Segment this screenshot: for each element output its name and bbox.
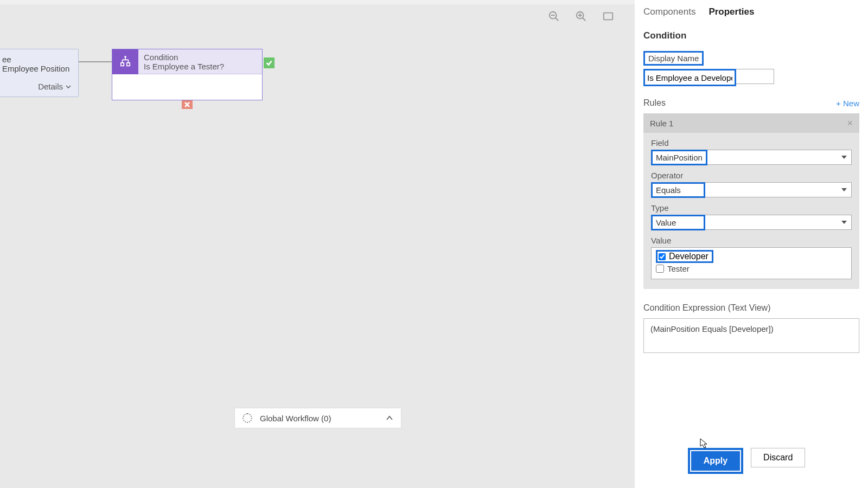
- tab-components[interactable]: Components: [643, 7, 695, 17]
- svg-rect-7: [604, 13, 613, 20]
- value-box: Developer Tester: [651, 247, 852, 279]
- type-select[interactable]: Value: [651, 215, 852, 230]
- value-label: Value: [651, 236, 852, 245]
- tab-properties[interactable]: Properties: [709, 7, 754, 17]
- fit-screen-icon[interactable]: [602, 10, 614, 22]
- apply-button[interactable]: Apply: [691, 451, 740, 471]
- operator-value: Equals: [651, 182, 705, 198]
- condition-type-label: Condition: [144, 53, 224, 62]
- panel-body: Condition Display Name Rules + New Rule …: [635, 22, 868, 440]
- condition-icon: [112, 49, 138, 74]
- panel-footer: Apply Discard: [635, 440, 868, 488]
- display-name-highlight: [643, 69, 736, 86]
- field-value: MainPosition: [651, 150, 707, 165]
- operator-select-caret: [705, 182, 852, 197]
- true-branch-icon[interactable]: [264, 57, 275, 68]
- rule-box: Rule 1 × Field MainPosition Operator Equ…: [643, 113, 859, 289]
- value-tester-label: Tester: [667, 264, 690, 273]
- prev-node-details[interactable]: Details: [2, 73, 73, 93]
- zoom-in-icon[interactable]: [575, 10, 587, 22]
- field-label: Field: [651, 138, 852, 147]
- condition-node[interactable]: Condition Is Employee a Tester?: [112, 49, 263, 100]
- svg-line-4: [583, 18, 586, 21]
- svg-point-8: [124, 56, 126, 58]
- expression-text: (MainPosition Equals [Developer]): [650, 324, 774, 333]
- details-label: Details: [38, 82, 63, 91]
- global-workflow-bar[interactable]: Global Workflow (0): [234, 408, 401, 428]
- svg-line-1: [556, 18, 559, 21]
- display-name-label: Display Name: [643, 51, 704, 66]
- panel-tabs: Components Properties: [635, 0, 868, 22]
- value-group: Value Developer Tester: [643, 230, 859, 279]
- operator-group: Operator Equals: [643, 165, 859, 198]
- value-developer-label: Developer: [669, 252, 709, 261]
- expression-box[interactable]: (MainPosition Equals [Developer]): [643, 318, 859, 353]
- operator-select[interactable]: Equals: [651, 182, 852, 198]
- value-tester-checkbox[interactable]: [656, 265, 664, 273]
- rule-close-icon[interactable]: ×: [847, 118, 853, 129]
- field-select-caret: [707, 150, 852, 165]
- canvas-top-border: [0, 0, 635, 4]
- apply-highlight: Apply: [688, 448, 743, 474]
- workflow-canvas[interactable]: ee Employee Position Details Condition I…: [0, 0, 635, 488]
- global-workflow-label: Global Workflow (0): [260, 414, 378, 423]
- rules-header: Rules + New: [643, 98, 859, 108]
- spinner-icon: [242, 413, 252, 423]
- field-select[interactable]: MainPosition: [651, 150, 852, 165]
- rule-title-row: Rule 1 ×: [643, 113, 859, 133]
- operator-label: Operator: [651, 171, 852, 180]
- condition-text: Condition Is Employee a Tester?: [138, 49, 229, 74]
- zoom-out-icon[interactable]: [548, 10, 560, 22]
- type-label: Type: [651, 203, 852, 213]
- display-name-input[interactable]: [645, 70, 735, 85]
- field-group: Field MainPosition: [643, 133, 859, 165]
- canvas-toolbar: [542, 5, 635, 27]
- value-developer-checkbox[interactable]: [659, 253, 666, 260]
- false-branch-icon[interactable]: [182, 100, 193, 109]
- rule-title: Rule 1: [650, 119, 673, 128]
- previous-node[interactable]: ee Employee Position Details: [0, 49, 79, 97]
- prev-node-line1: ee: [2, 55, 73, 64]
- type-group: Type Value: [643, 198, 859, 230]
- prev-node-line2: Employee Position: [2, 64, 73, 73]
- display-name-input-extend[interactable]: [736, 69, 774, 84]
- display-name-row: [643, 69, 859, 86]
- condition-title: Is Employee a Tester?: [144, 62, 224, 71]
- discard-button[interactable]: Discard: [751, 448, 805, 467]
- properties-panel: Components Properties Condition Display …: [635, 0, 868, 488]
- rules-label: Rules: [643, 98, 666, 108]
- type-select-caret: [705, 215, 852, 230]
- expression-label: Condition Expression (Text View): [643, 303, 859, 313]
- chevron-up-icon: [386, 414, 393, 422]
- new-rule-button[interactable]: + New: [836, 99, 859, 108]
- section-title: Condition: [643, 30, 859, 41]
- type-value: Value: [651, 215, 705, 230]
- value-tester-row: Tester: [656, 263, 847, 274]
- condition-header: Condition Is Employee a Tester?: [112, 49, 262, 74]
- chevron-down-icon: [65, 84, 72, 90]
- value-developer-highlight: Developer: [656, 250, 713, 263]
- connector-line: [79, 61, 112, 62]
